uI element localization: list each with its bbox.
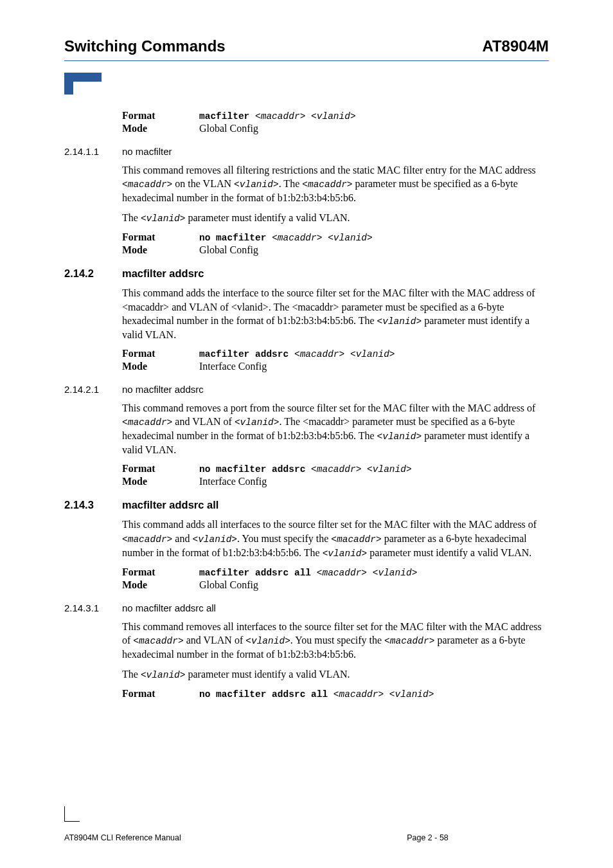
s1-mode-row: Mode Global Config [122, 244, 549, 256]
s3-deflist: Format no macfilter addsrc <macaddr> <vl… [122, 463, 549, 487]
section-title: no macfilter addsrc all [122, 602, 216, 613]
s2-format-row: Format macfilter addsrc <macaddr> <vlani… [122, 348, 549, 359]
s4-mode-row: Mode Global Config [122, 579, 549, 591]
s5-deflist: Format no macfilter addsrc all <macaddr>… [122, 688, 549, 700]
format-label: Format [122, 566, 199, 578]
section-title: macfilter addsrc all [122, 499, 218, 511]
cmd-args: <macaddr> <vlanid> [294, 349, 395, 359]
section-title: no macfilter addsrc [122, 384, 204, 395]
text: The [122, 212, 141, 223]
s2-format-val: macfilter addsrc <macaddr> <vlanid> [199, 348, 549, 359]
text: . You must specify the [237, 533, 331, 544]
s1-format-val: no macfilter <macaddr> <vlanid> [199, 231, 549, 243]
logo-svg [64, 73, 102, 95]
s5-format-val: no macfilter addsrc all <macaddr> <vlani… [199, 688, 549, 700]
inline-arg: <vlanid> [323, 548, 368, 559]
s5-format-row: Format no macfilter addsrc all <macaddr>… [122, 688, 549, 700]
inline-arg: <vlanid> [245, 636, 290, 646]
s3-format-row: Format no macfilter addsrc <macaddr> <vl… [122, 463, 549, 475]
s4-para1: This command adds all interfaces to the … [122, 518, 549, 559]
format-label: Format [122, 463, 199, 475]
s1-para2: The <vlanid> parameter must identify a v… [122, 211, 549, 225]
s4-deflist: Format macfilter addsrc all <macaddr> <v… [122, 566, 549, 591]
inline-arg: <vlanid> [377, 431, 422, 442]
text: This command removes all filtering restr… [122, 165, 536, 176]
section-heading-21431: 2.14.3.1 no macfilter addsrc all [64, 602, 549, 613]
s4-mode-val: Global Config [199, 579, 549, 591]
format-label: Format [122, 231, 199, 243]
inline-arg: <macaddr> [122, 534, 172, 545]
s3-format-val: no macfilter addsrc <macaddr> <vlanid> [199, 463, 549, 475]
page-footer: AT8904M CLI Reference Manual Page 2 - 58 [64, 833, 549, 842]
s1-format-row: Format no macfilter <macaddr> <vlanid> [122, 231, 549, 243]
header-title: Switching Commands [64, 37, 226, 55]
text: and VLAN of [172, 416, 235, 427]
cmd-literal: macfilter [199, 111, 255, 122]
cmd0-mode-val: Global Config [199, 123, 549, 134]
section-number: 2.14.2 [64, 267, 122, 280]
inline-arg: <macaddr> [122, 417, 172, 428]
section-title: macfilter addsrc [122, 267, 204, 280]
text: and [172, 533, 192, 544]
text: This command adds all interfaces to the … [122, 519, 537, 530]
inline-arg: <macaddr> [122, 179, 172, 190]
header-rule [64, 60, 549, 61]
cmd0-deflist: Format macfilter <macaddr> <vlanid> Mode… [122, 110, 549, 134]
s5-para2: The <vlanid> parameter must identify a v… [122, 667, 549, 682]
svg-rect-1 [64, 82, 73, 95]
cmd-literal: macfilter addsrc [199, 349, 294, 359]
section-number: 2.14.1.1 [64, 146, 122, 157]
text: parameter must identify a valid VLAN. [186, 212, 350, 223]
footer-corner-mark [64, 806, 80, 822]
cmd-args: <macaddr> <vlanid> [333, 689, 434, 700]
section-number: 2.14.3.1 [64, 602, 122, 613]
format-label: Format [122, 688, 199, 700]
inline-arg: <macaddr> [133, 636, 183, 646]
section-heading-2143: 2.14.3 macfilter addsrc all [64, 499, 549, 511]
cmd-args: <macaddr> <vlanid> [311, 464, 412, 475]
cmd0-format-row: Format macfilter <macaddr> <vlanid> [122, 110, 549, 122]
section-heading-2142: 2.14.2 macfilter addsrc [64, 267, 549, 280]
footer-manual-name: AT8904M CLI Reference Manual [64, 833, 306, 842]
s4-format-val: macfilter addsrc all <macaddr> <vlanid> [199, 566, 549, 578]
inline-arg: <macaddr> [384, 636, 434, 646]
cmd-args: <macaddr> <vlanid> [255, 111, 356, 122]
mode-label: Mode [122, 476, 199, 487]
s3-mode-val: Interface Config [199, 476, 549, 487]
brand-logo [64, 73, 613, 95]
cmd0-format-val: macfilter <macaddr> <vlanid> [199, 110, 549, 122]
section-number: 2.14.3 [64, 499, 122, 511]
section-heading-21421: 2.14.2.1 no macfilter addsrc [64, 384, 549, 395]
inline-arg: <vlanid> [192, 534, 237, 545]
text: . The [279, 178, 303, 189]
cmd-args: <macaddr> <vlanid> [272, 233, 373, 243]
s5-para1: This command removes all interfaces to t… [122, 620, 549, 661]
s2-deflist: Format macfilter addsrc <macaddr> <vlani… [122, 348, 549, 372]
inline-arg: <macaddr> [331, 534, 381, 545]
footer-page-number: Page 2 - 58 [306, 833, 549, 842]
s4-format-row: Format macfilter addsrc all <macaddr> <v… [122, 566, 549, 578]
cmd-literal: macfilter addsrc all [199, 568, 317, 578]
s2-mode-row: Mode Interface Config [122, 361, 549, 372]
cmd-literal: no macfilter [199, 233, 272, 243]
svg-rect-0 [64, 73, 102, 82]
inline-arg: <macaddr> [302, 179, 352, 190]
format-label: Format [122, 110, 199, 122]
mode-label: Mode [122, 579, 199, 591]
inline-arg: <vlanid> [141, 670, 186, 680]
cmd-args: <macaddr> <vlanid> [317, 568, 418, 578]
s1-deflist: Format no macfilter <macaddr> <vlanid> M… [122, 231, 549, 256]
header-product: AT8904M [482, 37, 549, 55]
text: The [122, 669, 141, 680]
text: on the VLAN [172, 178, 234, 189]
text: parameter must identify a valid VLAN. [186, 669, 350, 680]
mode-label: Mode [122, 123, 199, 134]
text: and VLAN of [184, 635, 246, 646]
inline-arg: <vlanid> [141, 213, 186, 224]
s2-para1: This command adds the interface to the s… [122, 286, 549, 341]
content-body: Format macfilter <macaddr> <vlanid> Mode… [0, 110, 613, 700]
section-heading-21411: 2.14.1.1 no macfilter [64, 146, 549, 157]
section-title: no macfilter [122, 146, 172, 157]
text: parameter must identify a valid VLAN. [367, 547, 531, 558]
mode-label: Mode [122, 244, 199, 256]
